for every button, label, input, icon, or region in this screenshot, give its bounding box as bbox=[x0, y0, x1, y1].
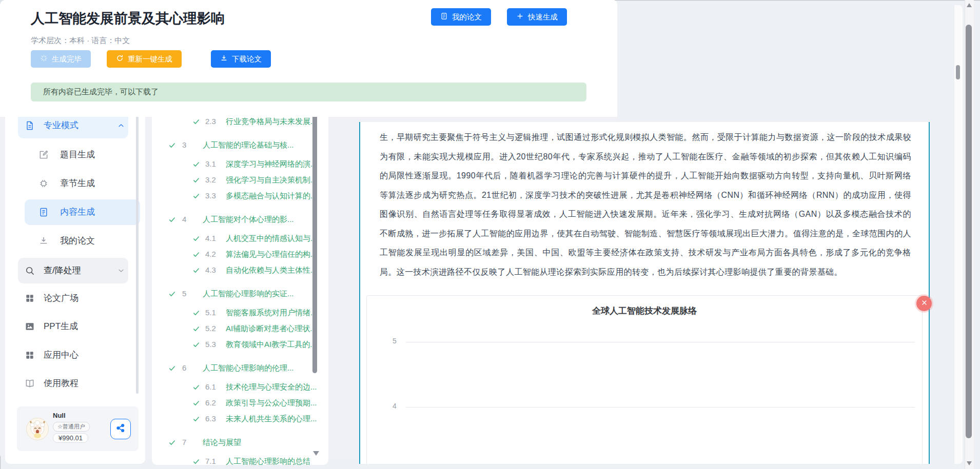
share-icon bbox=[115, 423, 126, 435]
sidebar-item-label: 内容生成 bbox=[60, 206, 95, 218]
outline-item-label: 结论与展望 bbox=[203, 437, 241, 448]
outline-item-5.3[interactable]: 5.3教育领域中AI教学工具的... bbox=[152, 339, 316, 350]
book-icon bbox=[25, 378, 35, 389]
refresh-icon bbox=[116, 54, 124, 64]
outline-item-6.1[interactable]: 6.1技术伦理与心理安全的边... bbox=[152, 381, 316, 393]
sidebar-item-app-center[interactable]: 应用中心 bbox=[5, 342, 145, 368]
outline-item-label: 人工智能对个体心理的影... bbox=[203, 214, 294, 225]
outline-item-4.2[interactable]: 4.2算法偏见与心理信任的构... bbox=[152, 249, 316, 260]
sidebar-item-label: 专业模式 bbox=[44, 119, 79, 131]
outline-item-number: 7.1 bbox=[205, 456, 216, 465]
avatar[interactable] bbox=[26, 418, 49, 440]
outline-item-label: 人机交互中的情感认知与... bbox=[226, 233, 317, 244]
sidebar-item-title-gen[interactable]: 题目生成 bbox=[5, 142, 145, 168]
scroll-up-icon[interactable] bbox=[967, 3, 972, 7]
sidebar-item-tutorial[interactable]: 使用教程 bbox=[5, 371, 145, 396]
check-icon bbox=[192, 234, 200, 242]
check-icon bbox=[192, 457, 200, 465]
doc-icon bbox=[25, 120, 35, 131]
check-icon bbox=[192, 117, 200, 125]
figure-gridline: 4 bbox=[367, 402, 922, 412]
outline-item-7[interactable]: 7结论与展望 bbox=[152, 437, 316, 448]
sidebar-item-my-papers[interactable]: 我的论文 bbox=[5, 228, 145, 254]
outline-item-label: AI辅助诊断对患者心理状... bbox=[226, 323, 317, 334]
figure-close-button[interactable] bbox=[916, 296, 932, 311]
sidebar-item-label: 查/降处理 bbox=[44, 264, 81, 276]
sidebar-item-label: 我的论文 bbox=[60, 235, 95, 247]
sidebar-item-label: 使用教程 bbox=[44, 377, 79, 389]
outline-item-label: 技术伦理与心理安全的边... bbox=[226, 381, 317, 393]
check-icon bbox=[192, 160, 200, 168]
outline-item-3.1[interactable]: 3.1深度学习与神经网络的演... bbox=[152, 158, 316, 170]
outline-item-number: 6.1 bbox=[205, 381, 216, 393]
quick-generate-button[interactable]: 快速生成 bbox=[507, 8, 567, 26]
edit-icon bbox=[38, 150, 49, 160]
outline-scroll-down-icon[interactable] bbox=[313, 451, 319, 456]
outline-item-label: 智能客服系统对用户情绪... bbox=[226, 307, 317, 318]
sidebar-item-ppt-gen[interactable]: PPT生成 bbox=[5, 314, 145, 339]
outline-item-label: 政策引导与公众心理预期... bbox=[226, 397, 317, 409]
outline-item-5.2[interactable]: 5.2AI辅助诊断对患者心理状... bbox=[152, 323, 316, 334]
my-papers-button[interactable]: 我的论文 bbox=[431, 8, 491, 26]
outline-item-4.1[interactable]: 4.1人机交互中的情感认知与... bbox=[152, 233, 316, 244]
outline-item-4[interactable]: 4人工智能对个体心理的影... bbox=[152, 214, 316, 225]
outline-item-6[interactable]: 6人工智能心理影响的伦理... bbox=[152, 362, 316, 374]
outline-item-3.3[interactable]: 3.3多模态融合与认知计算的... bbox=[152, 190, 316, 201]
download-paper-button[interactable]: 下载论文 bbox=[211, 50, 271, 68]
document-page[interactable]: 生，早期研究主要聚焦于符号主义与逻辑推理，试图通过形式化规则模拟人类智能。然而，… bbox=[359, 122, 930, 464]
search-icon bbox=[25, 266, 35, 276]
outline-item-number: 4.1 bbox=[205, 233, 216, 244]
generation-complete-button[interactable]: 生成完毕 bbox=[31, 50, 91, 68]
scroll-down-icon[interactable] bbox=[967, 461, 972, 465]
outline-item-6.3[interactable]: 6.3未来人机共生关系的心理... bbox=[152, 413, 316, 424]
outline-item-number: 6 bbox=[182, 362, 186, 374]
download-icon bbox=[220, 54, 228, 64]
check-icon bbox=[168, 215, 176, 223]
content-scrollbar-thumb[interactable] bbox=[956, 65, 960, 79]
outline-item-5.1[interactable]: 5.1智能客服系统对用户情绪... bbox=[152, 307, 316, 318]
sidebar-item-label: 论文广场 bbox=[44, 292, 79, 304]
window-scrollbar-thumb[interactable] bbox=[966, 25, 972, 438]
gridline bbox=[406, 342, 915, 342]
chip-icon bbox=[38, 178, 49, 189]
outline-item-label: 人工智能心理影响的总结 bbox=[226, 456, 310, 465]
outline-item-label: 人工智能心理影响的实证... bbox=[203, 288, 294, 299]
outline-item-number: 4 bbox=[182, 214, 186, 225]
sidebar-item-label: PPT生成 bbox=[44, 320, 78, 332]
outline-item-3[interactable]: 3人工智能的理论基础与核... bbox=[152, 139, 316, 151]
outline-item-6.2[interactable]: 6.2政策引导与公众心理预期... bbox=[152, 397, 316, 409]
check-icon bbox=[192, 415, 200, 422]
outline-item-7.1[interactable]: 7.1人工智能心理影响的总结 bbox=[152, 456, 316, 465]
sidebar-item-label: 题目生成 bbox=[60, 149, 95, 160]
check-icon bbox=[168, 141, 176, 149]
outline-item-number: 5 bbox=[182, 288, 186, 299]
user-badge: ☆普通用户 bbox=[53, 422, 90, 432]
outline-item-label: 多模态融合与认知计算的... bbox=[226, 190, 317, 201]
grid-icon bbox=[25, 293, 35, 303]
outline-item-2.3[interactable]: 2.3行业竞争格局与未来发展... bbox=[152, 116, 316, 127]
outline-item-number: 7 bbox=[182, 437, 186, 448]
check-icon bbox=[192, 399, 200, 406]
share-button[interactable] bbox=[110, 419, 131, 439]
outline-item-number: 3 bbox=[182, 139, 186, 151]
check-icon bbox=[168, 364, 176, 372]
regenerate-button[interactable]: 重新一键生成 bbox=[107, 50, 182, 68]
doc-lines-icon bbox=[38, 207, 49, 217]
check-icon bbox=[192, 192, 200, 199]
outline-item-label: 人工智能心理影响的伦理... bbox=[203, 362, 294, 374]
sidebar-item-check-reduce[interactable]: 查/降处理 bbox=[5, 258, 145, 283]
paper-paragraph: 生，早期研究主要聚焦于符号主义与逻辑推理，试图通过形式化规则模拟人类智能。然而，… bbox=[360, 122, 929, 281]
outline-item-label: 强化学习与自主决策机制... bbox=[226, 174, 317, 186]
outline-item-number: 3.2 bbox=[205, 174, 216, 186]
outline-item-5[interactable]: 5人工智能心理影响的实证... bbox=[152, 288, 316, 299]
close-icon bbox=[920, 299, 928, 309]
outline-item-3.2[interactable]: 3.2强化学习与自主决策机制... bbox=[152, 174, 316, 186]
document-icon bbox=[440, 12, 448, 22]
outline-item-number: 6.3 bbox=[205, 413, 216, 424]
outline-item-4.3[interactable]: 4.3自动化依赖与人类主体性... bbox=[152, 264, 316, 276]
success-banner: 所有内容已生成完毕，可以下载了 bbox=[31, 83, 586, 101]
sidebar-item-paper-plaza[interactable]: 论文广场 bbox=[5, 286, 145, 311]
check-icon bbox=[192, 250, 200, 258]
sidebar-item-content-gen[interactable]: 内容生成 bbox=[5, 199, 145, 225]
sidebar-item-chapter-gen[interactable]: 章节生成 bbox=[5, 171, 145, 196]
